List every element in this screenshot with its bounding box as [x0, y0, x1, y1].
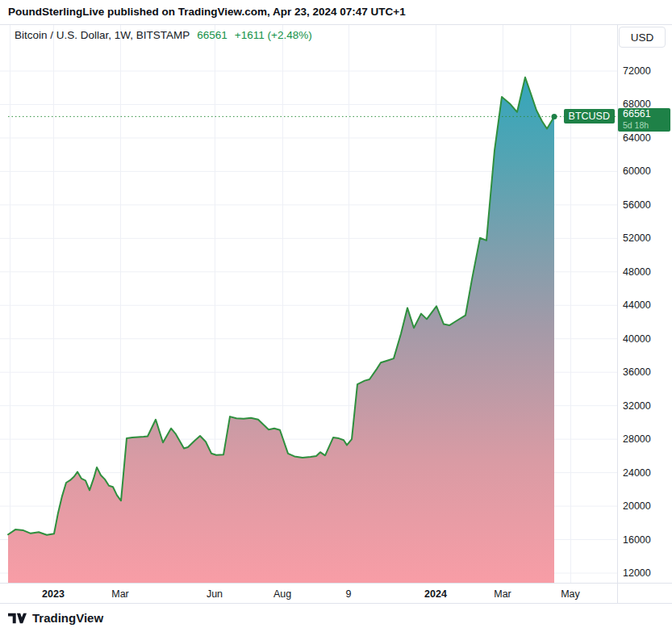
x-tick-label: 2023 [29, 588, 77, 600]
y-tick-label: 60000 [623, 165, 670, 178]
tradingview-logo[interactable]: TradingView [8, 611, 103, 625]
y-tick-label: 40000 [623, 333, 670, 345]
area-fill [8, 77, 554, 583]
chart-legend: Bitcoin / U.S. Dollar, 1W, BITSTAMP 6656… [15, 29, 312, 41]
y-tick-label: 72000 [623, 65, 670, 77]
last-price-value: 66561 [197, 29, 227, 41]
y-tick-label: 32000 [623, 400, 670, 412]
currency-toggle-button[interactable]: USD [619, 27, 666, 48]
last-price-dot [552, 114, 557, 119]
y-tick-label: 24000 [623, 467, 670, 479]
x-tick-label: Aug [258, 588, 307, 600]
y-tick-label: 48000 [623, 266, 670, 278]
x-tick-label: May [546, 588, 595, 600]
x-tick-label: 2024 [411, 588, 460, 600]
price-series [8, 77, 617, 583]
axis-label-price: 66561 [623, 108, 670, 120]
chart-canvas[interactable] [0, 0, 672, 632]
x-tick-label: Mar [96, 588, 144, 600]
y-tick-label: 12000 [623, 567, 670, 580]
y-tick-label: 16000 [623, 534, 670, 546]
x-tick-label: Jun [190, 588, 239, 600]
y-tick-label: 64000 [623, 132, 670, 144]
y-tick-label: 20000 [623, 500, 670, 513]
price-change-value: +1611 (+2.48%) [235, 29, 312, 41]
y-tick-label: 36000 [623, 366, 670, 379]
tradingview-icon [8, 613, 27, 624]
symbol-title: Bitcoin / U.S. Dollar, 1W, BITSTAMP [15, 29, 190, 41]
symbol-price-flag: BTCUSD [564, 109, 615, 123]
y-tick-label: 28000 [623, 433, 670, 446]
y-tick-label: 44000 [623, 299, 670, 312]
bar-countdown: 5d 18h [623, 120, 670, 130]
y-tick-label: 52000 [623, 232, 670, 245]
x-tick-label: 9 [324, 588, 373, 600]
y-tick-label: 56000 [623, 199, 670, 211]
logo-text: TradingView [32, 611, 103, 625]
last-price-axis-label: 66561 5d 18h [618, 108, 670, 132]
x-tick-label: Mar [478, 588, 527, 600]
